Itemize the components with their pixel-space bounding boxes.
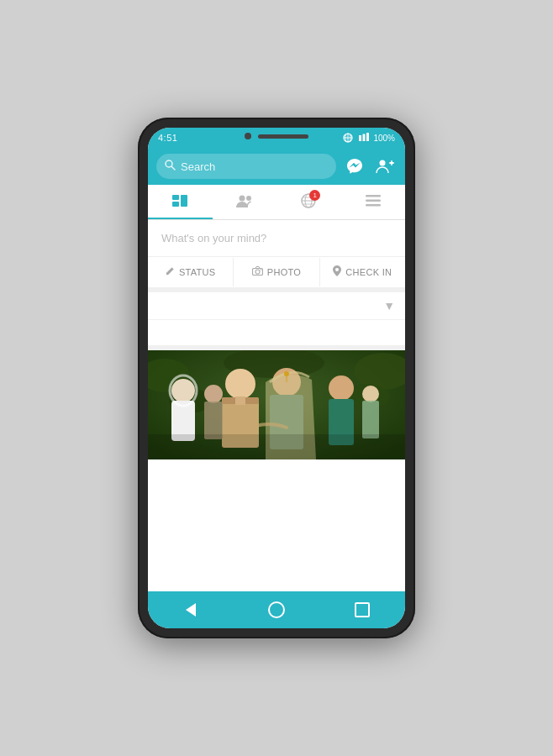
phone-frame: 4:51 100% <box>138 118 415 638</box>
phone-screen: 4:51 100% <box>148 128 405 628</box>
status-time: 4:51 <box>158 133 177 143</box>
composer-prompt[interactable]: What's on your mind? <box>148 220 405 257</box>
tab-home[interactable] <box>148 185 213 219</box>
svg-point-51 <box>362 386 379 402</box>
bottom-nav <box>148 591 405 628</box>
svg-rect-50 <box>204 402 223 439</box>
svg-rect-14 <box>181 195 187 207</box>
svg-point-47 <box>329 375 354 401</box>
svg-rect-13 <box>172 202 179 207</box>
home-icon <box>268 601 285 618</box>
composer-actions: STATUS PHOTO <box>148 257 405 287</box>
feed-header: ▼ <box>148 292 405 320</box>
svg-rect-6 <box>366 133 369 141</box>
photo-button[interactable]: PHOTO <box>234 258 319 286</box>
globe-badge: 1 <box>309 190 320 201</box>
svg-point-36 <box>171 379 195 402</box>
camera <box>245 133 251 139</box>
svg-rect-12 <box>172 195 179 200</box>
svg-rect-42 <box>235 396 245 405</box>
svg-rect-24 <box>366 204 381 207</box>
feed-section: ▼ <box>148 292 405 345</box>
tab-bar: 1 <box>148 185 405 220</box>
nav-bar: Search <box>148 148 405 185</box>
checkin-button[interactable]: CHECK IN <box>320 257 405 287</box>
phone-top-decoration <box>193 133 360 139</box>
feed-spacer <box>148 320 405 345</box>
svg-point-27 <box>255 270 260 274</box>
wifi-icon <box>358 133 370 143</box>
svg-point-15 <box>239 195 245 201</box>
svg-point-16 <box>246 196 251 201</box>
tab-menu[interactable] <box>341 185 406 219</box>
main-content: What's on your mind? STATUS <box>148 220 405 591</box>
back-icon <box>186 603 196 617</box>
search-box[interactable]: Search <box>156 154 336 179</box>
messenger-icon[interactable] <box>343 155 366 178</box>
svg-rect-22 <box>366 195 381 197</box>
friends-tab-icon <box>235 194 254 211</box>
wedding-photo <box>148 350 405 459</box>
home-button[interactable] <box>260 593 293 627</box>
photo-label: PHOTO <box>267 267 301 277</box>
tab-globe[interactable]: 1 <box>276 185 341 219</box>
camera-icon <box>252 266 263 278</box>
location-icon <box>333 265 341 279</box>
recent-icon <box>355 602 370 617</box>
svg-point-9 <box>380 160 386 166</box>
friend-request-icon[interactable] <box>373 155 397 178</box>
search-icon <box>165 160 176 173</box>
svg-rect-5 <box>363 134 366 142</box>
back-button[interactable] <box>174 593 208 627</box>
svg-rect-52 <box>362 401 379 438</box>
pencil-icon <box>166 266 175 278</box>
expand-icon[interactable]: ▼ <box>383 299 395 312</box>
recent-button[interactable] <box>345 593 379 627</box>
svg-point-28 <box>260 269 261 270</box>
checkin-label: CHECK IN <box>345 267 392 277</box>
speaker <box>258 134 308 139</box>
svg-point-29 <box>335 268 339 271</box>
search-label: Search <box>181 160 215 173</box>
menu-tab-icon <box>366 195 381 210</box>
status-button[interactable]: STATUS <box>148 258 234 286</box>
svg-point-39 <box>225 369 255 399</box>
svg-rect-23 <box>366 199 381 202</box>
nav-icons <box>343 155 397 178</box>
svg-point-49 <box>204 385 223 403</box>
status-label: STATUS <box>179 267 216 277</box>
svg-line-8 <box>171 166 175 170</box>
tab-friends[interactable] <box>213 185 277 219</box>
home-tab-icon <box>171 194 188 211</box>
post-composer: What's on your mind? STATUS <box>148 220 405 287</box>
battery-text: 100% <box>373 134 395 143</box>
post-card <box>148 350 405 591</box>
svg-rect-53 <box>148 434 405 459</box>
